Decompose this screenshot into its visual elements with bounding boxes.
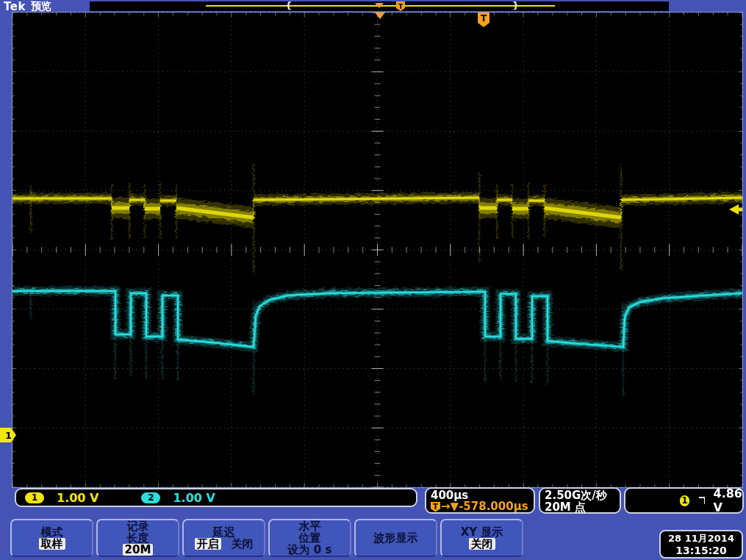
softkey-menu-row: 模式取样记录长度20M延迟开启关闭水平位置设为 0 s波形显示XY 显示关闭 — [10, 519, 523, 557]
trigger-delay-value: -578.000μs — [459, 501, 528, 512]
menu-button-line: 记录 — [127, 520, 149, 532]
record-length-value: 20M 点 — [545, 501, 615, 513]
acquisition-mode-status: 预览 — [31, 0, 51, 13]
menu-button-xy-display[interactable]: XY 显示关闭 — [440, 519, 523, 557]
delay-marker-icon: ▼ — [451, 501, 459, 512]
channel-scale-box: 1 1.00 V 2 1.00 V — [15, 488, 417, 507]
falling-edge-icon — [698, 495, 705, 506]
trigger-source-badge: 1 — [680, 495, 689, 506]
trigger-level-value: 4.86 V — [714, 487, 742, 514]
menu-button-line: 波形显示 — [374, 532, 418, 544]
acquisition-preview-bar: { } T — [90, 1, 669, 11]
menu-label: 延迟 — [213, 526, 235, 538]
oscilloscope-screen: Tek 预览 { } T T 1 1 1.00 V 2 1.00 V 400μs… — [0, 0, 746, 560]
menu-button-acquisition-mode[interactable]: 模式取样 — [10, 519, 93, 557]
trigger-level-arrow-icon — [729, 204, 739, 215]
menu-option-selected: 取样 — [39, 538, 65, 550]
menu-button-line: 延迟 — [213, 526, 235, 538]
menu-label: 长度 — [127, 532, 149, 544]
ch1-marker-label: 1 — [5, 430, 12, 441]
menu-label: 记录 — [127, 520, 149, 532]
menu-button-line: 设为 0 s — [288, 544, 332, 556]
menu-option-selected: 20M — [123, 544, 154, 556]
datetime-box: 28 11月2014 13:15:20 — [659, 530, 743, 559]
expansion-point-triangle-icon — [375, 12, 385, 19]
trigger-delay-row: T → ▼ -578.000μs — [431, 501, 529, 512]
ch2-badge: 2 — [141, 492, 160, 503]
trigger-position-bar-icon: T — [396, 1, 405, 11]
date-value: 28 11月2014 — [661, 532, 742, 545]
ch1-reference-marker: 1 — [0, 427, 17, 444]
window-bracket-right: } — [512, 0, 519, 12]
trigger-flag-letter: T — [481, 13, 487, 24]
menu-label: 水平 — [299, 520, 321, 532]
waveform-display-area: T — [12, 12, 742, 487]
menu-option-selected: 开启 — [195, 538, 221, 550]
menu-button-delay[interactable]: 延迟开启关闭 — [182, 519, 265, 557]
expansion-point-icon — [375, 3, 384, 8]
menu-label: 波形显示 — [374, 532, 418, 544]
menu-button-line: 20M — [123, 544, 154, 556]
graticule-grid — [12, 12, 742, 487]
menu-label: XY 显示 — [461, 526, 503, 538]
ch1-trace-glow — [12, 163, 742, 273]
menu-label: 设为 0 s — [288, 544, 332, 556]
timebase-box: 400μs T → ▼ -578.000μs — [425, 487, 535, 514]
menu-button-line: 水平 — [299, 520, 321, 532]
scope-graticule-svg: T — [12, 12, 742, 487]
time-value: 13:15:20 — [661, 545, 742, 556]
menu-button-line: 关闭 — [469, 538, 495, 550]
menu-button-waveform-display[interactable]: 波形显示 — [354, 519, 437, 557]
tek-logo: Tek 预览 — [4, 0, 51, 12]
sample-rate-value: 2.50G次/秒 — [545, 489, 615, 501]
sample-rate-box: 2.50G次/秒 20M 点 — [539, 487, 621, 514]
ch1-badge: 1 — [25, 492, 44, 503]
menu-button-line: 位置 — [299, 532, 321, 544]
tek-logo-text: Tek — [4, 0, 26, 13]
menu-button-line: XY 显示 — [461, 526, 503, 538]
menu-button-record-length[interactable]: 记录长度20M — [96, 519, 179, 557]
menu-label: 模式 — [41, 526, 63, 538]
trigger-status-box: 1 4.86 V — [624, 487, 744, 514]
menu-button-line: 模式 — [41, 526, 63, 538]
ch2-scale: 1.00 V — [173, 491, 215, 505]
delay-arrow-icon: → — [441, 501, 451, 512]
menu-button-horizontal-position[interactable]: 水平位置设为 0 s — [268, 519, 351, 557]
menu-label: 关闭 — [232, 538, 254, 550]
menu-button-line: 开启关闭 — [195, 538, 254, 550]
trigger-icon: T — [431, 502, 440, 512]
ch1-scale: 1.00 V — [57, 491, 98, 505]
menu-button-line: 取样 — [39, 538, 65, 550]
menu-button-line: 长度 — [127, 532, 149, 544]
menu-option-selected: 关闭 — [469, 538, 495, 550]
menu-label: 位置 — [299, 532, 321, 544]
display-markers: T — [375, 12, 742, 215]
window-bracket-left: { — [285, 0, 292, 12]
